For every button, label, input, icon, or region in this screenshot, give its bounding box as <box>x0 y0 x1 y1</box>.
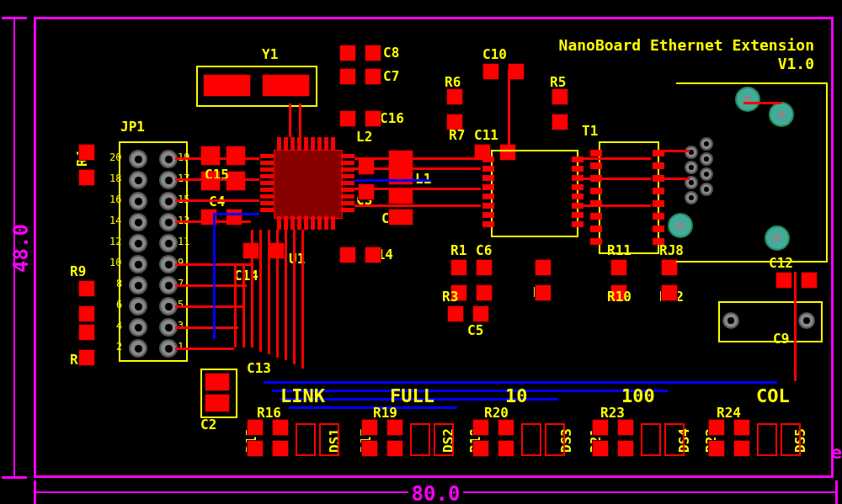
r3-label: R3 <box>442 289 458 305</box>
c5-label: C5 <box>467 322 483 338</box>
r7-label: R7 <box>449 127 465 143</box>
u1-pin <box>341 154 354 158</box>
t1-pin <box>653 188 664 194</box>
pin-number: 2 <box>116 341 122 353</box>
c12-pad <box>775 272 792 289</box>
trace <box>276 230 279 358</box>
trace <box>242 263 245 347</box>
r-pad <box>708 419 725 436</box>
c16-pad <box>365 110 381 127</box>
r-pad <box>592 419 609 436</box>
c9-pin <box>722 312 739 329</box>
u1-pin <box>331 216 335 230</box>
r-pad <box>472 440 489 457</box>
c8-label: C8 <box>383 45 399 61</box>
r11-label: R11 <box>607 242 632 258</box>
r4-pad <box>78 144 95 161</box>
dim-cap <box>2 476 27 479</box>
u1-pin <box>277 137 281 151</box>
r6-pad <box>446 88 463 105</box>
r8-pad <box>78 324 95 341</box>
r12-pad <box>661 284 678 301</box>
r-pad <box>733 419 750 436</box>
u1-pin <box>311 137 315 151</box>
ic-pin <box>482 203 494 209</box>
u1-pin <box>324 137 328 151</box>
board-version: V1.0 <box>778 55 814 72</box>
r-pad <box>617 419 634 436</box>
r9-label: R9 <box>70 263 86 279</box>
trace <box>175 347 234 350</box>
led-pad <box>664 423 685 456</box>
c7-pad <box>365 68 381 85</box>
u1-pin <box>324 216 328 230</box>
pin-number: 16 <box>109 194 121 205</box>
c3-pad <box>358 158 375 175</box>
r4-pad <box>78 169 95 186</box>
trace <box>234 263 237 347</box>
c7-pad <box>339 68 356 85</box>
led-pad <box>757 423 777 456</box>
smd-pad <box>226 146 246 166</box>
c14-label: C14 <box>234 268 258 284</box>
u1-pin <box>341 201 354 205</box>
pin-number: 5 <box>178 299 184 310</box>
trace <box>299 103 301 137</box>
r-pad <box>247 440 264 457</box>
trace <box>354 167 481 170</box>
jp1-pin <box>129 255 147 273</box>
pin-number: 6 <box>116 299 122 310</box>
r-pad <box>386 440 403 457</box>
trace <box>175 178 259 181</box>
r1-pad <box>450 259 467 276</box>
u1-pin <box>341 181 354 185</box>
r3-pad <box>447 305 464 322</box>
rj-pin <box>700 183 713 196</box>
trace <box>175 326 238 329</box>
u1-pin <box>297 137 301 151</box>
u1-pin <box>304 216 308 230</box>
t1-label: T1 <box>582 123 598 139</box>
r-pad <box>247 419 264 436</box>
trace <box>293 230 296 364</box>
trace <box>301 230 304 369</box>
trace <box>354 204 481 207</box>
jp1-pin <box>129 171 147 189</box>
trace <box>285 230 287 360</box>
r-pad <box>272 419 289 436</box>
y1-pad <box>262 74 310 97</box>
pin-number: 1 <box>178 341 184 353</box>
ic-pin <box>572 157 584 162</box>
c6-label: C6 <box>476 242 492 258</box>
c10-label: C10 <box>482 46 507 62</box>
c11-label: C11 <box>474 127 498 143</box>
r9-pad <box>78 305 95 322</box>
led-pad <box>521 423 541 456</box>
led-pad <box>319 423 339 456</box>
r-pad <box>498 440 514 457</box>
board-title: NanoBoard Ethernet Extension <box>559 36 814 54</box>
r-pad <box>592 440 609 457</box>
trace <box>175 199 259 202</box>
trace <box>743 102 781 104</box>
pin-number: 4 <box>116 320 122 332</box>
r-pad <box>733 440 750 457</box>
ic-outline <box>491 150 578 237</box>
c13-label: C13 <box>247 360 271 376</box>
c16-label: C16 <box>380 110 404 126</box>
c10-pad <box>482 63 499 80</box>
r14-pad <box>365 247 381 263</box>
u1-pin <box>260 188 274 192</box>
pin-number: 11 <box>178 236 189 247</box>
r-pad <box>708 440 725 457</box>
u1-pin <box>260 208 274 212</box>
c8-pad <box>365 45 381 61</box>
c9-pin <box>798 312 815 329</box>
trace <box>251 230 253 347</box>
trace <box>354 188 481 190</box>
rj-pin <box>700 167 713 181</box>
c8-pad <box>339 45 356 61</box>
t1-pin <box>590 150 602 157</box>
u1-pin <box>304 137 308 151</box>
l1-pad <box>388 209 413 225</box>
